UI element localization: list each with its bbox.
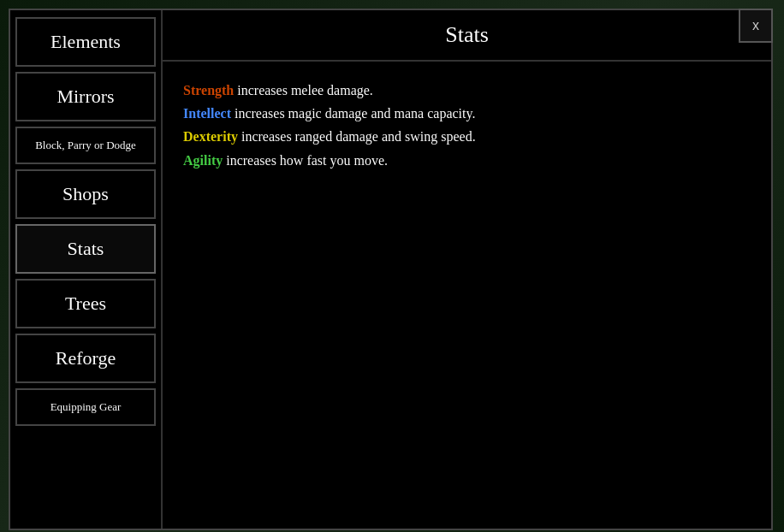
intellect-desc: increases magic damage and mana capacity… <box>231 106 475 121</box>
sidebar-item-elements[interactable]: Elements <box>15 17 156 67</box>
sidebar-item-equipping-gear[interactable]: Equipping Gear <box>15 388 156 426</box>
sidebar-item-block-parry-dodge[interactable]: Block, Parry or Dodge <box>15 127 156 164</box>
sidebar-item-shops[interactable]: Shops <box>15 169 156 219</box>
agility-desc: increases how fast you move. <box>223 153 388 168</box>
close-button[interactable]: x <box>739 9 773 43</box>
intellect-label: Intellect <box>183 106 231 121</box>
dexterity-line: Dexterity increases ranged damage and sw… <box>183 125 751 148</box>
strength-line: Strength increases melee damage. <box>183 79 751 102</box>
content-header: Stats <box>163 10 771 62</box>
sidebar: Elements Mirrors Block, Parry or Dodge S… <box>10 10 163 529</box>
strength-label: Strength <box>183 83 234 98</box>
content-body: Strength increases melee damage. Intelle… <box>163 62 771 529</box>
strength-desc: increases melee damage. <box>234 83 373 98</box>
agility-label: Agility <box>183 153 223 168</box>
sidebar-item-trees[interactable]: Trees <box>15 279 156 328</box>
content-title: Stats <box>180 22 754 48</box>
sidebar-item-mirrors[interactable]: Mirrors <box>15 72 156 121</box>
content-area: Stats Strength increases melee damage. I… <box>163 10 771 529</box>
agility-line: Agility increases how fast you move. <box>183 149 751 172</box>
sidebar-item-stats[interactable]: Stats <box>15 224 156 274</box>
intellect-line: Intellect increases magic damage and man… <box>183 102 751 125</box>
main-window: x Elements Mirrors Block, Parry or Dodge… <box>9 9 773 530</box>
sidebar-item-reforge[interactable]: Reforge <box>15 334 156 383</box>
dexterity-desc: increases ranged damage and swing speed. <box>238 129 476 144</box>
dexterity-label: Dexterity <box>183 129 238 144</box>
